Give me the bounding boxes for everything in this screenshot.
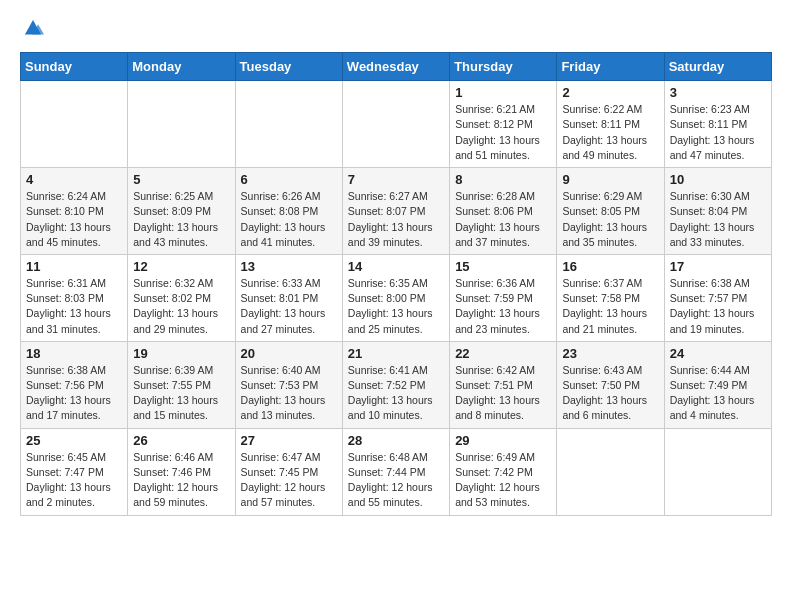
day-number: 13 — [241, 259, 337, 274]
calendar-cell: 28Sunrise: 6:48 AMSunset: 7:44 PMDayligh… — [342, 428, 449, 515]
calendar-table: SundayMondayTuesdayWednesdayThursdayFrid… — [20, 52, 772, 515]
day-info: Sunrise: 6:26 AMSunset: 8:08 PMDaylight:… — [241, 189, 337, 250]
day-info: Sunrise: 6:35 AMSunset: 8:00 PMDaylight:… — [348, 276, 444, 337]
day-number: 17 — [670, 259, 766, 274]
day-info: Sunrise: 6:36 AMSunset: 7:59 PMDaylight:… — [455, 276, 551, 337]
day-number: 12 — [133, 259, 229, 274]
day-info: Sunrise: 6:24 AMSunset: 8:10 PMDaylight:… — [26, 189, 122, 250]
day-info: Sunrise: 6:23 AMSunset: 8:11 PMDaylight:… — [670, 102, 766, 163]
day-info: Sunrise: 6:30 AMSunset: 8:04 PMDaylight:… — [670, 189, 766, 250]
day-header-friday: Friday — [557, 53, 664, 81]
calendar-cell: 9Sunrise: 6:29 AMSunset: 8:05 PMDaylight… — [557, 168, 664, 255]
day-info: Sunrise: 6:27 AMSunset: 8:07 PMDaylight:… — [348, 189, 444, 250]
day-info: Sunrise: 6:41 AMSunset: 7:52 PMDaylight:… — [348, 363, 444, 424]
day-number: 10 — [670, 172, 766, 187]
day-number: 22 — [455, 346, 551, 361]
calendar-cell: 23Sunrise: 6:43 AMSunset: 7:50 PMDayligh… — [557, 341, 664, 428]
calendar-cell: 25Sunrise: 6:45 AMSunset: 7:47 PMDayligh… — [21, 428, 128, 515]
day-number: 7 — [348, 172, 444, 187]
calendar-cell: 17Sunrise: 6:38 AMSunset: 7:57 PMDayligh… — [664, 254, 771, 341]
calendar-cell: 14Sunrise: 6:35 AMSunset: 8:00 PMDayligh… — [342, 254, 449, 341]
day-info: Sunrise: 6:21 AMSunset: 8:12 PMDaylight:… — [455, 102, 551, 163]
calendar-cell: 22Sunrise: 6:42 AMSunset: 7:51 PMDayligh… — [450, 341, 557, 428]
calendar-body: 1Sunrise: 6:21 AMSunset: 8:12 PMDaylight… — [21, 81, 772, 515]
calendar-week-0: 1Sunrise: 6:21 AMSunset: 8:12 PMDaylight… — [21, 81, 772, 168]
day-number: 14 — [348, 259, 444, 274]
calendar-cell: 4Sunrise: 6:24 AMSunset: 8:10 PMDaylight… — [21, 168, 128, 255]
day-info: Sunrise: 6:44 AMSunset: 7:49 PMDaylight:… — [670, 363, 766, 424]
calendar-week-4: 25Sunrise: 6:45 AMSunset: 7:47 PMDayligh… — [21, 428, 772, 515]
day-info: Sunrise: 6:25 AMSunset: 8:09 PMDaylight:… — [133, 189, 229, 250]
calendar-cell: 12Sunrise: 6:32 AMSunset: 8:02 PMDayligh… — [128, 254, 235, 341]
calendar-cell: 7Sunrise: 6:27 AMSunset: 8:07 PMDaylight… — [342, 168, 449, 255]
calendar-cell — [235, 81, 342, 168]
calendar-cell: 10Sunrise: 6:30 AMSunset: 8:04 PMDayligh… — [664, 168, 771, 255]
day-info: Sunrise: 6:33 AMSunset: 8:01 PMDaylight:… — [241, 276, 337, 337]
day-info: Sunrise: 6:28 AMSunset: 8:06 PMDaylight:… — [455, 189, 551, 250]
day-header-wednesday: Wednesday — [342, 53, 449, 81]
day-info: Sunrise: 6:40 AMSunset: 7:53 PMDaylight:… — [241, 363, 337, 424]
calendar-cell: 18Sunrise: 6:38 AMSunset: 7:56 PMDayligh… — [21, 341, 128, 428]
day-header-monday: Monday — [128, 53, 235, 81]
day-number: 25 — [26, 433, 122, 448]
calendar-cell: 15Sunrise: 6:36 AMSunset: 7:59 PMDayligh… — [450, 254, 557, 341]
day-number: 6 — [241, 172, 337, 187]
calendar-cell: 5Sunrise: 6:25 AMSunset: 8:09 PMDaylight… — [128, 168, 235, 255]
calendar-week-3: 18Sunrise: 6:38 AMSunset: 7:56 PMDayligh… — [21, 341, 772, 428]
day-number: 26 — [133, 433, 229, 448]
day-number: 3 — [670, 85, 766, 100]
day-info: Sunrise: 6:43 AMSunset: 7:50 PMDaylight:… — [562, 363, 658, 424]
day-number: 21 — [348, 346, 444, 361]
calendar-cell: 20Sunrise: 6:40 AMSunset: 7:53 PMDayligh… — [235, 341, 342, 428]
logo-icon — [22, 17, 44, 39]
day-info: Sunrise: 6:39 AMSunset: 7:55 PMDaylight:… — [133, 363, 229, 424]
day-info: Sunrise: 6:37 AMSunset: 7:58 PMDaylight:… — [562, 276, 658, 337]
calendar-cell: 24Sunrise: 6:44 AMSunset: 7:49 PMDayligh… — [664, 341, 771, 428]
calendar-cell: 16Sunrise: 6:37 AMSunset: 7:58 PMDayligh… — [557, 254, 664, 341]
day-info: Sunrise: 6:48 AMSunset: 7:44 PMDaylight:… — [348, 450, 444, 511]
calendar-cell: 11Sunrise: 6:31 AMSunset: 8:03 PMDayligh… — [21, 254, 128, 341]
day-number: 4 — [26, 172, 122, 187]
day-header-thursday: Thursday — [450, 53, 557, 81]
calendar-cell: 27Sunrise: 6:47 AMSunset: 7:45 PMDayligh… — [235, 428, 342, 515]
logo — [20, 20, 44, 44]
calendar-cell — [21, 81, 128, 168]
day-number: 5 — [133, 172, 229, 187]
day-info: Sunrise: 6:29 AMSunset: 8:05 PMDaylight:… — [562, 189, 658, 250]
day-number: 18 — [26, 346, 122, 361]
day-header-sunday: Sunday — [21, 53, 128, 81]
day-info: Sunrise: 6:45 AMSunset: 7:47 PMDaylight:… — [26, 450, 122, 511]
calendar-cell: 2Sunrise: 6:22 AMSunset: 8:11 PMDaylight… — [557, 81, 664, 168]
calendar-cell: 3Sunrise: 6:23 AMSunset: 8:11 PMDaylight… — [664, 81, 771, 168]
day-number: 27 — [241, 433, 337, 448]
day-info: Sunrise: 6:47 AMSunset: 7:45 PMDaylight:… — [241, 450, 337, 511]
calendar-cell: 1Sunrise: 6:21 AMSunset: 8:12 PMDaylight… — [450, 81, 557, 168]
day-number: 29 — [455, 433, 551, 448]
calendar-cell — [342, 81, 449, 168]
day-info: Sunrise: 6:42 AMSunset: 7:51 PMDaylight:… — [455, 363, 551, 424]
day-number: 15 — [455, 259, 551, 274]
day-header-tuesday: Tuesday — [235, 53, 342, 81]
calendar-cell: 29Sunrise: 6:49 AMSunset: 7:42 PMDayligh… — [450, 428, 557, 515]
day-info: Sunrise: 6:22 AMSunset: 8:11 PMDaylight:… — [562, 102, 658, 163]
day-number: 20 — [241, 346, 337, 361]
day-number: 19 — [133, 346, 229, 361]
day-info: Sunrise: 6:38 AMSunset: 7:57 PMDaylight:… — [670, 276, 766, 337]
calendar-cell — [664, 428, 771, 515]
day-number: 1 — [455, 85, 551, 100]
calendar-week-1: 4Sunrise: 6:24 AMSunset: 8:10 PMDaylight… — [21, 168, 772, 255]
day-header-saturday: Saturday — [664, 53, 771, 81]
calendar-cell: 21Sunrise: 6:41 AMSunset: 7:52 PMDayligh… — [342, 341, 449, 428]
calendar-cell: 8Sunrise: 6:28 AMSunset: 8:06 PMDaylight… — [450, 168, 557, 255]
calendar-cell: 13Sunrise: 6:33 AMSunset: 8:01 PMDayligh… — [235, 254, 342, 341]
day-number: 16 — [562, 259, 658, 274]
calendar-cell — [557, 428, 664, 515]
day-number: 24 — [670, 346, 766, 361]
day-info: Sunrise: 6:31 AMSunset: 8:03 PMDaylight:… — [26, 276, 122, 337]
day-number: 2 — [562, 85, 658, 100]
day-number: 23 — [562, 346, 658, 361]
days-header-row: SundayMondayTuesdayWednesdayThursdayFrid… — [21, 53, 772, 81]
day-info: Sunrise: 6:32 AMSunset: 8:02 PMDaylight:… — [133, 276, 229, 337]
day-info: Sunrise: 6:49 AMSunset: 7:42 PMDaylight:… — [455, 450, 551, 511]
calendar-cell: 26Sunrise: 6:46 AMSunset: 7:46 PMDayligh… — [128, 428, 235, 515]
